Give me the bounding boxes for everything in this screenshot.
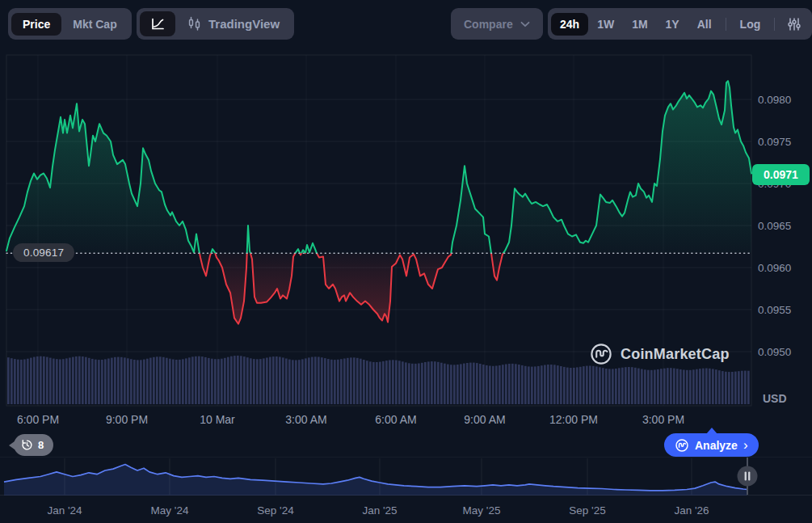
- price-chart-page: Price Mkt Cap TradingView Compare: [0, 0, 812, 523]
- coinmarketcap-logo-icon: [675, 438, 689, 453]
- range-1m[interactable]: 1M: [623, 13, 656, 36]
- x-axis-label: 10 Mar: [200, 413, 235, 426]
- x-axis-label: 3:00 PM: [642, 413, 684, 426]
- line-chart-button[interactable]: [140, 11, 175, 36]
- history-badge[interactable]: 8: [14, 434, 53, 456]
- tradingview-label: TradingView: [208, 17, 280, 31]
- x-axis-label: 6:00 AM: [375, 413, 416, 426]
- y-axis-label: 0.0980: [758, 94, 791, 106]
- y-axis-label: 0.0960: [758, 262, 791, 274]
- coinmarketcap-watermark: CoinMarketCap: [589, 342, 730, 366]
- y-axis-label: 0.0965: [758, 220, 791, 232]
- badge-tail: [9, 441, 15, 449]
- tradingview-button[interactable]: TradingView: [175, 15, 291, 32]
- line-chart-icon: [149, 15, 166, 32]
- time-range-group: 24h 1W 1M 1Y All Log: [548, 8, 812, 40]
- minimap-axis-label: May '24: [151, 504, 189, 517]
- minimap-axis-label: May '25: [463, 504, 501, 517]
- current-price-badge: 0.0971: [752, 164, 810, 185]
- analyze-button[interactable]: Analyze ›: [664, 433, 759, 457]
- y-axis-label: 0.0950: [758, 346, 791, 358]
- chevron-down-icon: [520, 21, 530, 27]
- coinmarketcap-logo-icon: [589, 342, 613, 366]
- compare-button[interactable]: Compare: [451, 8, 543, 40]
- y-axis-unit: USD: [763, 392, 787, 405]
- range-1w[interactable]: 1W: [588, 13, 623, 36]
- tab-price[interactable]: Price: [11, 13, 61, 36]
- open-price-label: 0.09617: [13, 243, 74, 262]
- analyze-label: Analyze: [695, 439, 738, 452]
- price-mktcap-toggle: Price Mkt Cap: [8, 8, 132, 40]
- x-axis-label: 6:00 PM: [17, 413, 59, 426]
- chevron-right-icon: ›: [743, 438, 748, 452]
- chart-settings-button[interactable]: [780, 16, 809, 32]
- tab-mkt-cap[interactable]: Mkt Cap: [61, 13, 128, 36]
- watermark-label: CoinMarketCap: [621, 346, 730, 363]
- settings-sliders-icon: [786, 16, 802, 32]
- range-24h[interactable]: 24h: [551, 13, 588, 36]
- minimap-axis-label: Sep '24: [257, 504, 293, 517]
- x-axis-label: 9:00 PM: [106, 413, 148, 426]
- compare-label: Compare: [464, 18, 513, 31]
- log-scale-toggle[interactable]: Log: [731, 13, 770, 36]
- clock-history-icon: [21, 439, 33, 451]
- minimap-axis-label: Jan '26: [674, 504, 709, 517]
- divider: [774, 18, 775, 31]
- minimap-axis-label: Jan '25: [362, 504, 397, 517]
- x-axis-label: 3:00 AM: [285, 413, 326, 426]
- history-count: 8: [38, 439, 44, 451]
- x-axis-label: 9:00 AM: [464, 413, 505, 426]
- divider: [726, 18, 726, 31]
- y-axis-label: 0.0975: [758, 136, 791, 148]
- range-1y[interactable]: 1Y: [657, 13, 688, 36]
- candlestick-icon: [187, 15, 202, 32]
- y-axis-label: 0.0955: [758, 304, 791, 316]
- chart-type-toggle: TradingView: [137, 8, 294, 40]
- minimap-axis-label: Jan '24: [47, 504, 82, 517]
- minimap-axis-label: Sep '25: [569, 504, 605, 517]
- tooltip-notch: [706, 428, 717, 434]
- range-all[interactable]: All: [688, 13, 721, 36]
- x-axis-label: 12:00 PM: [549, 413, 598, 426]
